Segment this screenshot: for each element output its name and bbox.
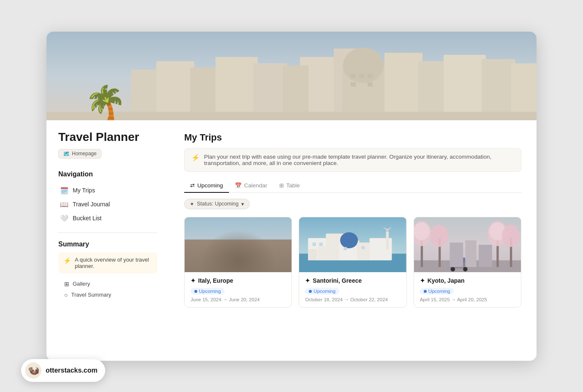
status-dot bbox=[194, 290, 197, 293]
watermark-url: otterstacks.com bbox=[46, 367, 98, 374]
banner-image: 🌴 bbox=[46, 32, 537, 120]
travel-summary-label: Travel Summary bbox=[71, 292, 111, 298]
sidebar-sub-item-gallery[interactable]: ⊞ Gallery bbox=[58, 278, 157, 289]
gallery-icon: ⊞ bbox=[64, 281, 69, 287]
card-italy[interactable]: ✦ Italy, Europe Upcoming June 15, 2024 →… bbox=[184, 217, 292, 308]
tab-table[interactable]: ⊞ Table bbox=[273, 180, 306, 193]
palm-tree-icon: 🌴 bbox=[84, 87, 127, 120]
card-kyoto-image bbox=[414, 217, 521, 272]
svg-rect-76 bbox=[479, 245, 492, 267]
status-filter-badge[interactable]: ✦ Status: Upcoming ▾ bbox=[184, 199, 250, 209]
card-italy-image bbox=[185, 217, 292, 272]
table-tab-icon: ⊞ bbox=[279, 182, 284, 189]
svg-rect-33 bbox=[202, 233, 209, 241]
card-kyoto[interactable]: ✦ Kyoto, Japan Upcoming April 15, 2025 →… bbox=[414, 217, 521, 308]
watermark-avatar: 🦦 bbox=[25, 362, 41, 378]
svg-rect-25 bbox=[198, 231, 278, 240]
card-italy-dates: June 15, 2024 → June 20, 2024 bbox=[191, 297, 286, 302]
svg-point-69 bbox=[502, 224, 520, 247]
svg-rect-19 bbox=[351, 82, 356, 87]
homepage-badge[interactable]: 🗺️ Homepage bbox=[58, 149, 101, 159]
svg-point-73 bbox=[463, 267, 468, 271]
svg-rect-7 bbox=[444, 55, 486, 120]
card-santorini[interactable]: ✦ Santorini, Greece Upcoming October 18,… bbox=[299, 217, 406, 308]
homepage-badge-icon: 🗺️ bbox=[63, 151, 70, 157]
table-tab-label: Table bbox=[286, 182, 300, 189]
card-kyoto-destination: ✦ Kyoto, Japan bbox=[420, 277, 515, 284]
svg-rect-20 bbox=[368, 82, 373, 87]
filter-icon: ✦ bbox=[190, 201, 194, 207]
content-area: Travel Planner 🗺️ Homepage Navigation 🗓️… bbox=[46, 120, 537, 320]
svg-point-72 bbox=[450, 267, 455, 271]
svg-rect-38 bbox=[251, 233, 258, 241]
card-kyoto-dates: April 15, 2025 → April 20, 2025 bbox=[420, 297, 515, 302]
calendar-tab-label: Calendar bbox=[244, 182, 267, 189]
svg-rect-22 bbox=[185, 217, 292, 272]
svg-point-64 bbox=[430, 224, 448, 247]
svg-rect-26 bbox=[202, 245, 210, 257]
svg-rect-34 bbox=[212, 233, 218, 241]
sidebar-item-my-trips[interactable]: 🗓️ My Trips bbox=[58, 184, 157, 197]
page-title: Travel Planner bbox=[58, 130, 157, 144]
svg-rect-24 bbox=[198, 238, 278, 247]
svg-rect-55 bbox=[386, 231, 389, 249]
navigation-heading: Navigation bbox=[58, 170, 157, 178]
summary-callout-icon: ⚡ bbox=[63, 257, 71, 265]
homepage-badge-label: Homepage bbox=[72, 151, 97, 157]
svg-rect-52 bbox=[319, 242, 323, 246]
svg-rect-54 bbox=[362, 246, 365, 249]
main-content: My Trips ⚡ Plan your next trip with ease… bbox=[169, 120, 537, 320]
svg-rect-16 bbox=[351, 74, 356, 78]
card-italy-destination: ✦ Italy, Europe bbox=[191, 277, 286, 284]
svg-point-62 bbox=[414, 222, 430, 240]
svg-rect-5 bbox=[384, 53, 422, 120]
tabs-row: ⇄ Upcoming 📅 Calendar ⊞ Table bbox=[184, 179, 521, 193]
sidebar-item-bucket-list[interactable]: 🤍 Bucket List bbox=[58, 212, 157, 225]
svg-rect-49 bbox=[308, 249, 317, 260]
status-dot-2 bbox=[309, 290, 312, 293]
my-trips-icon: 🗓️ bbox=[60, 187, 68, 195]
svg-rect-40 bbox=[271, 233, 278, 241]
card-italy-icon: ✦ bbox=[191, 277, 196, 284]
app-window: 🌴 Travel Planner 🗺️ Homepage Navigation … bbox=[46, 32, 537, 361]
info-callout: ⚡ Plan your next trip with ease using ou… bbox=[184, 148, 521, 172]
tab-calendar[interactable]: 📅 Calendar bbox=[229, 180, 273, 193]
watermark: 🦦 otterstacks.com bbox=[21, 359, 105, 382]
info-callout-icon: ⚡ bbox=[191, 154, 200, 162]
travel-journal-label: Travel Journal bbox=[73, 201, 110, 208]
card-italy-status: Upcoming bbox=[191, 288, 225, 295]
tab-upcoming[interactable]: ⇄ Upcoming bbox=[184, 180, 229, 193]
main-title: My Trips bbox=[184, 132, 521, 143]
sidebar-item-travel-journal[interactable]: 📖 Travel Journal bbox=[58, 198, 157, 211]
summary-heading: Summary bbox=[58, 241, 157, 248]
card-santorini-image bbox=[299, 217, 406, 272]
upcoming-tab-icon: ⇄ bbox=[190, 182, 195, 189]
svg-rect-6 bbox=[418, 61, 448, 120]
svg-rect-28 bbox=[225, 245, 233, 257]
bucket-list-label: Bucket List bbox=[73, 215, 101, 222]
sidebar-sub-item-travel-summary[interactable]: ○ Travel Summary bbox=[58, 289, 157, 300]
bucket-list-icon: 🤍 bbox=[60, 214, 68, 222]
svg-rect-11 bbox=[156, 61, 194, 120]
svg-rect-32 bbox=[270, 245, 278, 257]
svg-rect-53 bbox=[344, 247, 347, 250]
summary-callout-text: A quick overview of your travel planner. bbox=[75, 257, 152, 269]
cards-grid: ✦ Italy, Europe Upcoming June 15, 2024 →… bbox=[184, 217, 521, 308]
svg-rect-9 bbox=[511, 63, 537, 120]
card-santorini-icon: ✦ bbox=[305, 277, 310, 284]
svg-rect-13 bbox=[215, 57, 258, 120]
filter-dropdown-icon: ▾ bbox=[241, 201, 244, 207]
svg-rect-36 bbox=[232, 233, 238, 241]
svg-rect-74 bbox=[450, 242, 463, 267]
svg-rect-14 bbox=[253, 63, 287, 120]
card-kyoto-icon: ✦ bbox=[420, 277, 425, 284]
info-callout-text: Plan your next trip with ease using our … bbox=[204, 154, 514, 166]
svg-rect-75 bbox=[465, 240, 476, 267]
card-santorini-dates: October 18, 2024 → October 22, 2024 bbox=[305, 297, 400, 302]
card-italy-body: ✦ Italy, Europe Upcoming June 15, 2024 →… bbox=[185, 272, 292, 308]
svg-rect-29 bbox=[236, 245, 244, 257]
card-kyoto-status: Upcoming bbox=[420, 288, 454, 295]
card-santorini-status: Upcoming bbox=[305, 288, 339, 295]
svg-rect-51 bbox=[313, 242, 316, 246]
svg-rect-35 bbox=[222, 233, 229, 241]
